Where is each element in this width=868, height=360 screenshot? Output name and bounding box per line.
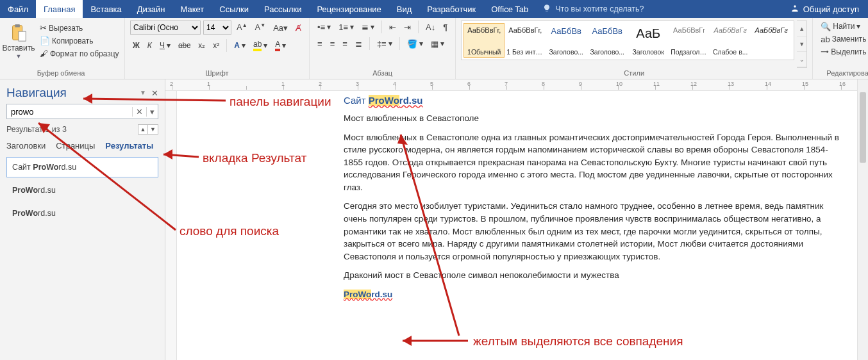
pilcrow-button[interactable]: ¶	[440, 22, 450, 33]
highlight-button[interactable]: ab▾	[251, 38, 270, 53]
justify-button[interactable]: ≣	[353, 38, 365, 49]
style-item[interactable]: АаБбВвГг,1 Без инте...	[505, 23, 546, 58]
indent-button[interactable]: ⇥	[401, 22, 413, 33]
borders-button[interactable]: ▦▾	[428, 38, 447, 49]
superscript-button[interactable]: x²	[210, 40, 222, 51]
styles-scroll[interactable]: ▲ ▼ ⌄	[797, 20, 807, 68]
tab-home[interactable]: Главная	[36, 0, 83, 18]
tab-design[interactable]: Дизайн	[129, 0, 173, 18]
styles-gallery[interactable]: АаБбВвГг,1ОбычныйАаБбВвГг,1 Без инте...А…	[461, 20, 794, 60]
align-left-button[interactable]: ≡	[315, 38, 325, 49]
sort-button[interactable]: A↓	[423, 22, 438, 33]
style-item[interactable]: АаБбВвГг	[751, 23, 792, 58]
format-painter-label: Формат по образцу	[50, 49, 119, 58]
bold-button[interactable]: Ж	[130, 40, 142, 51]
numbering-button[interactable]: 1≡▾	[336, 21, 356, 33]
find-label: Найти	[833, 22, 855, 31]
paste-button[interactable]: Вставить ▼	[3, 20, 35, 61]
find-button[interactable]: 🔍Найти▾	[818, 20, 868, 32]
sort-icon: A↓	[426, 23, 435, 31]
format-painter-button[interactable]: 🖌Формат по образцу	[37, 48, 119, 60]
font-color-button[interactable]: A▾	[272, 38, 288, 53]
para-group-label: Абзац	[315, 68, 450, 79]
result-item[interactable]: Сайт ProWord.su	[6, 157, 158, 177]
close-icon[interactable]: ✕	[151, 88, 158, 98]
tab-mailings[interactable]: Рассылки	[256, 0, 309, 18]
font-size-select[interactable]: 14	[203, 20, 231, 35]
copy-button[interactable]: 📄Копировать	[37, 35, 119, 47]
styles-group-label: Стили	[461, 68, 807, 79]
multilevel-icon: ≣	[362, 23, 369, 31]
page-body[interactable]: Сайт ProWord.su Мост влюбленных в Севаст…	[177, 91, 868, 360]
vertical-ruler[interactable]	[165, 91, 177, 360]
tab-layout[interactable]: Макет	[172, 0, 212, 18]
align-right-button[interactable]: ≡	[340, 38, 350, 49]
share-button[interactable]: Общий доступ	[781, 0, 868, 18]
tab-developer[interactable]: Разработчик	[419, 0, 483, 18]
shading-button[interactable]: 🪣▾	[405, 38, 426, 49]
search-options-icon[interactable]: ▾	[146, 107, 158, 117]
cut-label: Вырезать	[49, 24, 83, 33]
change-case-button[interactable]: Aa▾	[271, 22, 290, 33]
style-item[interactable]: АаБбВвЗаголово...	[546, 23, 587, 58]
multilevel-button[interactable]: ≣▾	[359, 21, 377, 33]
tab-references[interactable]: Ссылки	[212, 0, 256, 18]
horizontal-ruler[interactable]: 2112345678910111213141516	[165, 79, 868, 91]
italic-button[interactable]: К	[145, 40, 154, 51]
next-result-button[interactable]: ▼	[148, 124, 158, 135]
brush-icon: 🖌	[40, 49, 48, 58]
nav-tab-pages[interactable]: Страницы	[56, 141, 95, 151]
replace-icon: ab	[821, 35, 830, 44]
chevron-expand-icon[interactable]: ⌄	[797, 52, 806, 67]
chevron-up-icon[interactable]: ▲	[797, 21, 806, 37]
outdent-button[interactable]: ⇤	[387, 22, 399, 33]
nav-tab-results[interactable]: Результаты	[105, 141, 153, 151]
bulb-icon	[542, 4, 551, 15]
select-button[interactable]: ⭢Выделить▾	[818, 46, 868, 58]
cut-button[interactable]: ✂Вырезать	[37, 22, 119, 34]
strike-button[interactable]: abc	[176, 40, 193, 51]
line-spacing-button[interactable]: ‡≡▾	[374, 38, 395, 49]
subscript-button[interactable]: x₂	[196, 40, 208, 51]
result-count: Результат 1 из 3	[6, 125, 67, 134]
style-item[interactable]: АаБбВвГг,1Обычный	[463, 23, 505, 58]
search-icon: 🔍	[821, 22, 831, 31]
cursor-icon: ⭢	[821, 48, 829, 56]
prev-result-button[interactable]: ▲	[138, 124, 148, 135]
svg-rect-2	[15, 24, 20, 28]
chevron-down-icon[interactable]: ▼	[797, 37, 806, 52]
style-item[interactable]: АаБбВвЗаголово...	[587, 23, 628, 58]
tab-review[interactable]: Рецензирование	[309, 0, 388, 18]
tab-view[interactable]: Вид	[389, 0, 420, 18]
result-item[interactable]: ProWord.su	[6, 203, 158, 224]
align-center-button[interactable]: ≡	[328, 38, 338, 49]
tell-me-box[interactable]: Что вы хотите сделать?	[536, 0, 781, 18]
text-effects-button[interactable]: A▾	[231, 40, 248, 51]
strike-icon: abc	[178, 41, 190, 50]
case-icon: Aa▾	[273, 24, 288, 32]
underline-button[interactable]: Ч▾	[157, 40, 173, 51]
tab-officetab[interactable]: Office Tab	[483, 0, 536, 18]
tab-insert[interactable]: Вставка	[83, 0, 129, 18]
style-item[interactable]: АаБЗаголовок	[628, 23, 669, 58]
clear-search-icon[interactable]: ✕	[132, 107, 146, 117]
share-icon	[790, 4, 799, 15]
style-item[interactable]: АаБбВвГгПодзаголо...	[669, 23, 710, 58]
font-name-select[interactable]: Calibri (Осно	[130, 20, 201, 35]
nav-tab-headings[interactable]: Заголовки	[6, 141, 46, 151]
clear-format-button[interactable]: A̸	[293, 22, 304, 33]
tab-file[interactable]: Файл	[0, 0, 36, 18]
align-left-icon: ≡	[317, 40, 322, 48]
bullets-button[interactable]: •≡▾	[315, 21, 333, 33]
style-item[interactable]: АаБбВвГгСлабое в...	[710, 23, 751, 58]
shrink-font-button[interactable]: A▼	[253, 22, 269, 33]
replace-button[interactable]: abЗаменить	[818, 33, 868, 45]
grow-font-button[interactable]: A▲	[234, 22, 250, 33]
chevron-down-icon[interactable]: ▼	[140, 90, 146, 96]
vertical-scrollbar[interactable]	[857, 79, 868, 360]
paint-bucket-icon: 🪣	[407, 40, 417, 48]
search-input[interactable]	[7, 107, 132, 117]
ribbon: Вставить ▼ ✂Вырезать 📄Копировать 🖌Формат…	[0, 18, 868, 79]
bullets-icon: •≡	[317, 23, 325, 31]
result-item[interactable]: ProWord.su	[6, 180, 158, 200]
